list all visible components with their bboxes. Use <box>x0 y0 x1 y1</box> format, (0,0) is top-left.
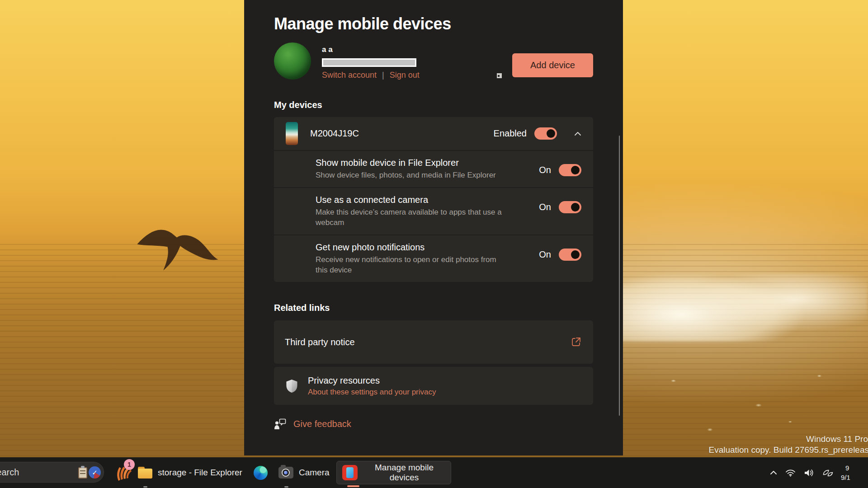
setting-title: Get new photo notifications <box>316 242 505 253</box>
taskbar-search-box[interactable]: Search ✓ <box>0 462 104 483</box>
device-name: M2004J19C <box>310 128 359 139</box>
chevron-up-icon[interactable] <box>574 131 581 136</box>
search-placeholder-text: Search <box>0 467 19 478</box>
account-email-redacted <box>322 58 416 67</box>
setting-text: Use as a connected camera Make this devi… <box>316 195 505 228</box>
external-link-icon <box>571 337 581 347</box>
about-settings-privacy-link[interactable]: About these settings and your privacy <box>308 388 436 397</box>
avatar <box>274 42 311 80</box>
device-expander: M2004J19C Enabled Show mobile device in … <box>274 117 593 282</box>
toggle-state-label: On <box>539 202 551 212</box>
running-indicator <box>284 486 288 488</box>
setting-row-connected-camera: Use as a connected camera Make this devi… <box>274 188 593 235</box>
third-party-notice-row[interactable]: Third party notice <box>274 320 593 364</box>
active-app-label: Manage mobile devices <box>363 463 445 483</box>
switch-account-link[interactable]: Switch account <box>322 70 377 80</box>
taskbar-camera[interactable]: Camera <box>278 461 330 484</box>
shield-icon <box>286 379 298 393</box>
notification-badge: 1 <box>124 459 135 470</box>
running-indicator <box>143 486 147 488</box>
system-tray: 9 9/1 <box>766 457 868 488</box>
my-devices-header: My devices <box>274 100 593 110</box>
setting-controls: On <box>539 242 581 261</box>
device-controls: Enabled <box>494 127 581 140</box>
scrollbar[interactable] <box>619 136 620 416</box>
privacy-resources-label: Privacy resources <box>308 375 436 386</box>
privacy-resources-row: Privacy resources About these settings a… <box>274 367 593 405</box>
sign-out-link[interactable]: Sign out <box>390 70 420 80</box>
page-title: Manage mobile devices <box>274 14 593 33</box>
watermark-line2: Evaluation copy. Build 27695.rs_prerelea… <box>708 445 868 455</box>
setting-description: Make this device’s camera available to a… <box>316 207 505 228</box>
setting-text: Show mobile device in File Explorer Show… <box>316 158 496 180</box>
taskbar: Search ✓ 1 storage - File Explorer Camer… <box>0 457 868 488</box>
related-links-header: Related links <box>274 303 593 313</box>
hidden-icons-chevron[interactable] <box>766 470 781 475</box>
give-feedback-label: Give feedback <box>293 419 351 429</box>
active-window-indicator <box>347 485 359 487</box>
account-info: a a Switch account | Sign out <box>322 42 420 80</box>
taskbar-file-explorer[interactable]: storage - File Explorer <box>138 461 242 484</box>
account-section: a a Switch account | Sign out Add device <box>274 42 593 80</box>
setting-description: Receive new notifications to open or edi… <box>316 255 505 275</box>
file-explorer-label: storage - File Explorer <box>158 468 242 478</box>
feedback-icon <box>274 418 286 430</box>
device-row[interactable]: M2004J19C Enabled <box>274 117 593 150</box>
manage-mobile-devices-icon <box>342 465 358 480</box>
camera-icon <box>278 467 293 479</box>
clock-time: 9 <box>841 463 868 473</box>
device-status-label: Enabled <box>494 128 527 139</box>
watermark-line1: Windows 11 Pro <box>708 434 868 445</box>
account-links: Switch account | Sign out <box>322 70 420 80</box>
setting-controls: On <box>539 158 581 176</box>
add-device-button[interactable]: Add device <box>512 53 593 77</box>
photo-notifications-toggle[interactable] <box>559 249 581 261</box>
clock-date: 9/1 <box>841 473 868 482</box>
taskbar-manage-mobile-devices-active[interactable]: Manage mobile devices <box>336 461 451 484</box>
device-thumbnail <box>286 122 298 145</box>
pinned-app-button[interactable]: 1 <box>112 461 136 484</box>
search-highlight-icon: ✓ <box>89 466 101 479</box>
taskbar-edge[interactable] <box>250 461 271 484</box>
third-party-notice-label: Third party notice <box>285 337 355 347</box>
setting-title: Use as a connected camera <box>316 195 505 205</box>
row-right <box>571 337 581 347</box>
folder-icon <box>138 467 152 479</box>
edge-icon <box>254 466 268 480</box>
privacy-text: Privacy resources About these settings a… <box>308 375 436 397</box>
setting-text: Get new photo notifications Receive new … <box>316 242 505 275</box>
energy-saver-leaf-icon[interactable] <box>818 469 838 477</box>
setting-row-photo-notifications: Get new photo notifications Receive new … <box>274 235 593 282</box>
toggle-state-label: On <box>539 249 551 260</box>
connected-camera-toggle[interactable] <box>559 201 581 213</box>
ocean-wave-foam <box>608 273 868 342</box>
setting-row-file-explorer: Show mobile device in File Explorer Show… <box>274 151 593 187</box>
give-feedback-link[interactable]: Give feedback <box>274 418 351 430</box>
volume-icon[interactable] <box>800 469 818 477</box>
wifi-icon[interactable] <box>781 469 800 477</box>
clock[interactable]: 9 9/1 <box>841 463 868 482</box>
manage-mobile-devices-window: Manage mobile devices a a Switch account… <box>244 0 623 455</box>
setting-controls: On <box>539 195 581 213</box>
setting-description: Show device files, photos, and media in … <box>316 170 496 180</box>
clipboard-icon <box>78 467 87 479</box>
device-enabled-toggle[interactable] <box>534 127 557 140</box>
toggle-state-label: On <box>539 165 551 175</box>
bird-silhouette <box>135 222 221 273</box>
setting-title: Show mobile device in File Explorer <box>316 158 496 168</box>
link-separator: | <box>382 70 384 80</box>
evaluation-watermark: Windows 11 Pro Evaluation copy. Build 27… <box>708 434 868 455</box>
camera-label: Camera <box>299 468 330 478</box>
small-square-artifact <box>497 73 502 78</box>
account-name: a a <box>322 45 420 54</box>
show-in-file-explorer-toggle[interactable] <box>559 164 581 176</box>
